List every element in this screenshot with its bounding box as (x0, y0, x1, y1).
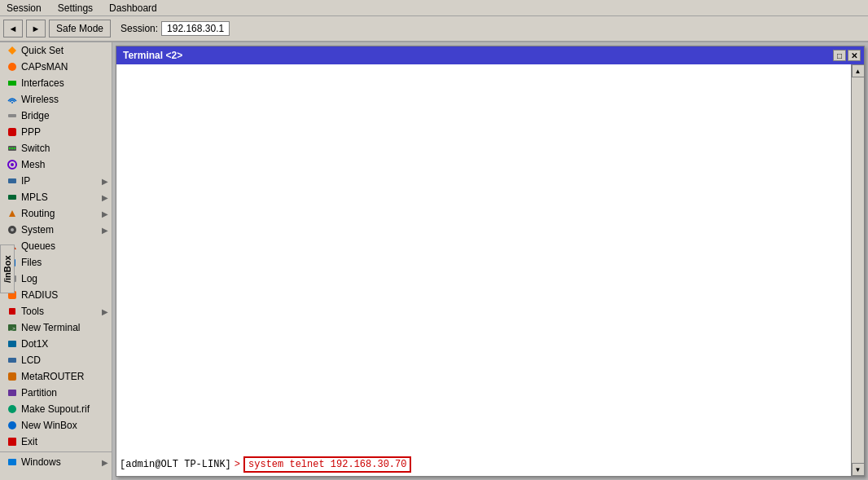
scroll-track[interactable] (852, 77, 864, 463)
svg-rect-4 (8, 114, 16, 117)
sidebar-item-system[interactable]: System ▶ (0, 222, 112, 238)
sidebar-label-switch: Switch (21, 143, 108, 154)
tools-icon (7, 306, 18, 317)
menu-session[interactable]: Session (3, 2, 45, 15)
ip-icon (7, 175, 18, 187)
sidebar-item-ppp[interactable]: PPP (0, 124, 112, 140)
winbox-label[interactable]: /inBox (0, 244, 15, 293)
svg-rect-26 (8, 358, 16, 363)
sidebar-label-windows: Windows (21, 456, 99, 468)
svg-point-11 (11, 163, 14, 166)
svg-text:_>: _> (9, 326, 15, 331)
partition-icon (7, 387, 18, 399)
svg-rect-28 (8, 390, 16, 396)
svg-rect-32 (8, 459, 16, 465)
sidebar-item-lcd[interactable]: LCD (0, 352, 112, 368)
terminal-scrollbar: ▲ ▼ (851, 64, 864, 476)
sidebar-item-mesh[interactable]: Mesh (0, 156, 112, 173)
svg-rect-5 (8, 128, 16, 136)
dot1x-icon (7, 338, 18, 350)
routing-icon (7, 208, 18, 219)
sidebar-item-queues[interactable]: Queues (0, 238, 112, 254)
ip-arrow: ▶ (102, 177, 108, 186)
svg-point-9 (14, 148, 15, 149)
sidebar-item-bridge[interactable]: Bridge (0, 108, 112, 124)
toolbar: ◄ ► Safe Mode Session: 192.168.30.1 (0, 16, 868, 42)
sidebar-item-mpls[interactable]: MPLS ▶ (0, 189, 112, 205)
sidebar-label-new-terminal: New Terminal (21, 322, 108, 333)
scroll-up-button[interactable]: ▲ (852, 64, 865, 77)
sidebar-item-capsman[interactable]: CAPsMAN (0, 59, 112, 75)
terminal-window: Terminal <2> □ ✕ [admin@OLT TP-LINK] > s… (116, 46, 865, 477)
interfaces-icon (7, 77, 18, 89)
sidebar-item-log[interactable]: Log (0, 271, 112, 287)
lcd-icon (7, 354, 18, 366)
svg-point-30 (8, 421, 16, 429)
sidebar-item-switch[interactable]: Switch (0, 140, 112, 156)
sidebar-item-exit[interactable]: Exit (0, 434, 112, 450)
sidebar-label-capsman: CAPsMAN (21, 61, 108, 73)
menu-dashboard[interactable]: Dashboard (106, 2, 160, 15)
main-layout: Quick Set CAPsMAN Interfaces Wireless (0, 42, 868, 480)
sidebar-item-new-winbox[interactable]: New WinBox (0, 417, 112, 434)
sidebar-item-routing[interactable]: Routing ▶ (0, 205, 112, 222)
sidebar-label-ip: IP (21, 175, 99, 187)
sidebar-label-wireless: Wireless (21, 94, 108, 105)
terminal-close-button[interactable]: ✕ (848, 50, 861, 61)
svg-marker-0 (8, 46, 16, 55)
sidebar-label-new-winbox: New WinBox (21, 420, 108, 431)
sidebar-label-tools: Tools (21, 306, 99, 317)
sidebar-item-wireless[interactable]: Wireless (0, 91, 112, 108)
sidebar-label-files: Files (21, 257, 108, 268)
terminal-controls: □ ✕ (833, 50, 861, 61)
svg-point-1 (8, 63, 16, 71)
sidebar-label-ppp: PPP (21, 126, 108, 138)
mpls-icon (7, 192, 18, 203)
forward-button[interactable]: ► (26, 20, 46, 37)
sidebar-item-quick-set[interactable]: Quick Set (0, 42, 112, 59)
tools-arrow: ▶ (102, 307, 108, 316)
sidebar: Quick Set CAPsMAN Interfaces Wireless (0, 42, 112, 480)
terminal-minimize-button[interactable]: □ (833, 50, 846, 61)
terminal-prompt-line: [admin@OLT TP-LINK] > system telnet 192.… (120, 456, 848, 473)
ppp-icon (7, 126, 18, 138)
sidebar-item-partition[interactable]: Partition (0, 385, 112, 401)
svg-rect-31 (8, 438, 16, 446)
command-input[interactable]: system telnet 192.168.30.70 (243, 456, 411, 473)
terminal-body: [admin@OLT TP-LINK] > system telnet 192.… (116, 64, 864, 476)
sidebar-label-system: System (21, 224, 99, 236)
svg-rect-2 (8, 81, 16, 86)
exit-icon (7, 436, 18, 447)
system-arrow: ▶ (102, 226, 108, 235)
sidebar-item-windows[interactable]: Windows ▶ (0, 454, 112, 470)
svg-point-15 (11, 228, 14, 231)
sidebar-label-exit: Exit (21, 436, 108, 447)
sidebar-item-radius[interactable]: RADIUS (0, 287, 112, 303)
menubar: Session Settings Dashboard (0, 0, 868, 16)
new-winbox-icon (7, 420, 18, 431)
svg-rect-12 (8, 178, 16, 183)
windows-icon (7, 456, 18, 468)
sidebar-item-metarouter[interactable]: MetaROUTER (0, 368, 112, 385)
session-value: 192.168.30.1 (161, 21, 230, 36)
sidebar-item-interfaces[interactable]: Interfaces (0, 75, 112, 91)
routing-arrow: ▶ (102, 209, 108, 218)
sidebar-label-dot1x: Dot1X (21, 338, 108, 350)
sidebar-item-tools[interactable]: Tools ▶ (0, 303, 112, 319)
sidebar-item-dot1x[interactable]: Dot1X (0, 336, 112, 352)
sidebar-item-ip[interactable]: IP ▶ (0, 173, 112, 189)
sidebar-item-files[interactable]: Files (0, 254, 112, 271)
terminal-content[interactable]: [admin@OLT TP-LINK] > system telnet 192.… (116, 64, 851, 476)
svg-rect-27 (8, 372, 16, 381)
sidebar-label-make-supout: Make Supout.rif (21, 403, 108, 415)
scroll-down-button[interactable]: ▼ (852, 463, 865, 476)
sidebar-label-quick-set: Quick Set (21, 45, 108, 56)
safe-mode-button[interactable]: Safe Mode (49, 20, 111, 37)
sidebar-item-make-supout[interactable]: Make Supout.rif (0, 401, 112, 417)
sidebar-item-new-terminal[interactable]: _> New Terminal (0, 319, 112, 336)
content-area: Terminal <2> □ ✕ [admin@OLT TP-LINK] > s… (112, 42, 868, 480)
sidebar-label-bridge: Bridge (21, 110, 108, 121)
switch-icon (7, 143, 18, 154)
menu-settings[interactable]: Settings (55, 2, 96, 15)
back-button[interactable]: ◄ (3, 20, 23, 37)
